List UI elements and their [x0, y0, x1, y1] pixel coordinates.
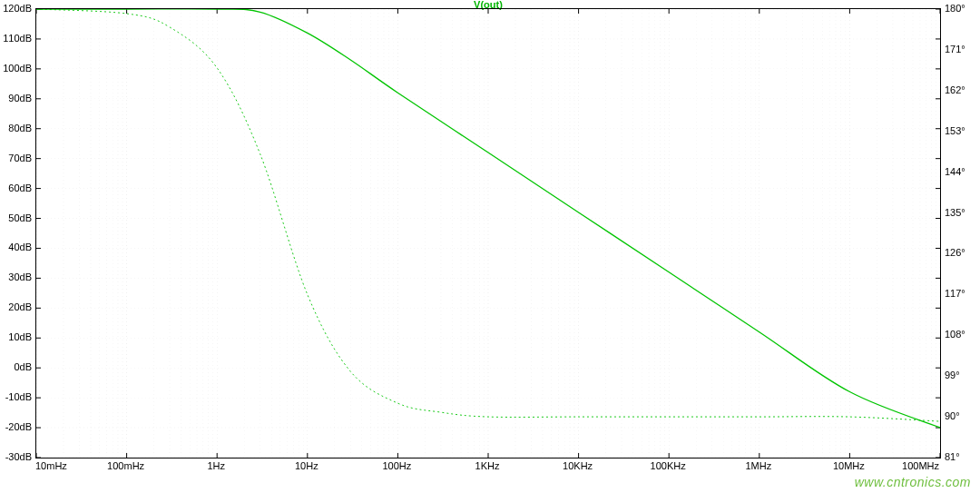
x-tick-label: 1KHz: [475, 460, 500, 471]
watermark-text: www.cntronics.com: [855, 475, 971, 489]
right-tick-label: 126°: [945, 247, 965, 258]
right-tick-label: 90°: [945, 410, 960, 421]
plot-area: [35, 8, 941, 458]
right-tick-label: 171°: [945, 44, 965, 54]
x-tick-label: 100Hz: [382, 460, 411, 471]
left-tick-label: -30dB: [5, 451, 32, 462]
right-tick-label: 81°: [945, 451, 960, 462]
left-tick-label: 90dB: [8, 93, 32, 104]
bode-plot-container: V(out) 120dB110dB100dB90dB80dB70dB60dB50…: [0, 0, 980, 493]
left-tick-label: 50dB: [8, 212, 32, 223]
left-tick-label: -20dB: [5, 421, 32, 432]
x-tick-label: 10MHz: [833, 460, 865, 471]
left-axis-ticks: 120dB110dB100dB90dB80dB70dB60dB50dB40dB3…: [0, 8, 35, 458]
left-tick-label: 100dB: [3, 63, 32, 74]
x-tick-label: 100MHz: [902, 460, 939, 471]
x-tick-label: 1Hz: [207, 460, 225, 471]
left-tick-label: 10dB: [8, 331, 32, 342]
x-tick-label: 100mHz: [107, 460, 144, 471]
right-tick-label: 153°: [945, 125, 965, 136]
left-tick-label: 20dB: [8, 301, 32, 312]
left-tick-label: 80dB: [8, 123, 32, 133]
left-tick-label: 60dB: [8, 182, 32, 193]
traces-layer: [36, 9, 940, 458]
left-tick-label: 110dB: [3, 33, 32, 44]
x-tick-label: 10KHz: [563, 460, 593, 471]
x-tick-label: 100KHz: [651, 460, 686, 471]
left-tick-label: 0dB: [14, 361, 32, 372]
x-tick-label: 10Hz: [295, 460, 318, 471]
right-tick-label: 180°: [945, 3, 965, 14]
x-tick-label: 10mHz: [35, 460, 67, 471]
right-tick-label: 162°: [945, 84, 965, 95]
x-tick-label: 1MHz: [745, 460, 771, 471]
chart-legend: V(out): [35, 0, 941, 8]
right-axis-ticks: 180°171°162°153°144°135°126°117°108°99°9…: [941, 8, 980, 458]
right-tick-label: 99°: [945, 370, 960, 380]
right-tick-label: 108°: [945, 329, 965, 340]
right-tick-label: 117°: [945, 288, 965, 299]
x-axis-ticks: 10mHz100mHz1Hz10Hz100Hz1KHz10KHz100KHz1M…: [35, 460, 941, 473]
left-tick-label: 40dB: [8, 242, 32, 252]
left-tick-label: 70dB: [8, 153, 32, 163]
left-tick-label: -10dB: [5, 391, 32, 402]
right-tick-label: 135°: [945, 207, 965, 218]
right-tick-label: 144°: [945, 166, 965, 177]
left-tick-label: 120dB: [3, 3, 32, 14]
left-tick-label: 30dB: [8, 271, 32, 282]
